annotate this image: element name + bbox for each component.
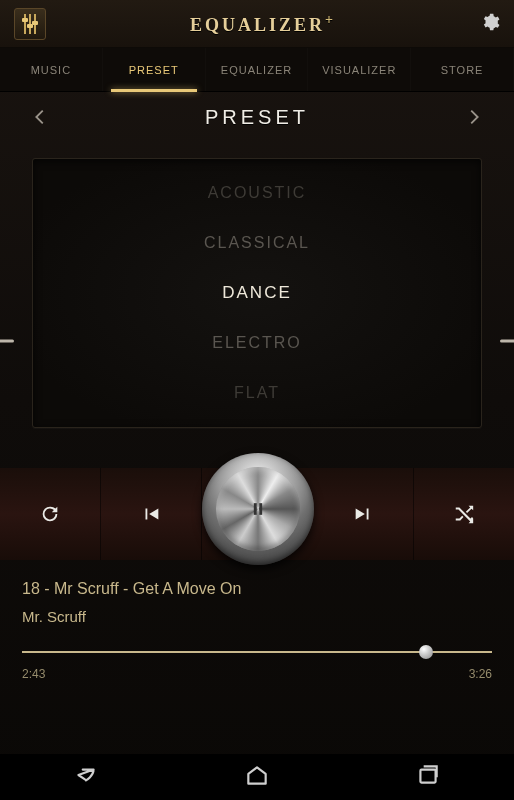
progress-thumb[interactable]	[419, 645, 433, 659]
previous-button[interactable]	[101, 468, 202, 560]
preset-item[interactable]: ACOUSTIC	[208, 168, 307, 218]
tab-music[interactable]: MUSIC	[0, 48, 103, 91]
shuffle-icon	[453, 503, 475, 525]
next-section-button[interactable]	[438, 94, 510, 140]
tab-bar: MUSIC PRESET EQUALIZER VISUALIZER STORE	[0, 48, 514, 92]
progress-slider[interactable]	[22, 645, 492, 659]
tab-label: EQUALIZER	[221, 64, 292, 76]
app-header: EQUALIZER+	[0, 0, 514, 48]
gear-icon	[480, 12, 500, 32]
tab-visualizer[interactable]: VISUALIZER	[308, 48, 411, 91]
time-elapsed: 2:43	[22, 667, 45, 681]
svg-rect-1	[259, 503, 262, 515]
chevron-left-icon	[29, 106, 51, 128]
tab-label: VISUALIZER	[322, 64, 396, 76]
android-nav-bar	[0, 754, 514, 800]
preset-picker[interactable]: ACOUSTIC CLASSICAL DANCE ELECTRO FLAT	[32, 158, 482, 428]
app-title-plus: +	[325, 12, 336, 27]
back-icon	[73, 762, 99, 788]
section-title: PRESET	[205, 106, 309, 129]
preset-item[interactable]: CLASSICAL	[204, 218, 310, 268]
track-title: 18 - Mr Scruff - Get A Move On	[22, 580, 492, 598]
play-pause-button[interactable]	[202, 453, 314, 565]
picker-indicator-right	[500, 340, 514, 343]
transport-bar	[0, 468, 514, 560]
preset-item[interactable]: ELECTRO	[212, 318, 302, 368]
tab-equalizer[interactable]: EQUALIZER	[206, 48, 309, 91]
android-home-button[interactable]	[244, 762, 270, 792]
home-icon	[244, 762, 270, 788]
app-title: EQUALIZER+	[190, 12, 336, 36]
time-total: 3:26	[469, 667, 492, 681]
svg-rect-2	[421, 770, 436, 783]
next-button[interactable]	[314, 468, 415, 560]
time-row: 2:43 3:26	[0, 663, 514, 681]
tab-preset[interactable]: PRESET	[103, 48, 206, 91]
settings-button[interactable]	[480, 12, 500, 36]
app-title-text: EQUALIZER	[190, 15, 325, 35]
now-playing: 18 - Mr Scruff - Get A Move On Mr. Scruf…	[0, 560, 514, 631]
preset-item-selected[interactable]: DANCE	[222, 268, 292, 318]
preset-item[interactable]: FLAT	[234, 368, 280, 418]
shuffle-button[interactable]	[414, 468, 514, 560]
pause-icon	[248, 499, 268, 519]
repeat-button[interactable]	[0, 468, 101, 560]
prev-section-button[interactable]	[4, 94, 76, 140]
tab-store[interactable]: STORE	[411, 48, 514, 91]
tab-label: PRESET	[129, 64, 179, 76]
repeat-icon	[39, 503, 61, 525]
tab-label: STORE	[441, 64, 484, 76]
skip-previous-icon	[140, 503, 162, 525]
track-artist: Mr. Scruff	[22, 608, 492, 625]
recent-apps-icon	[415, 762, 441, 788]
svg-rect-0	[253, 503, 256, 515]
picker-indicator-left	[0, 340, 14, 343]
android-recent-button[interactable]	[415, 762, 441, 792]
section-header: PRESET	[0, 94, 514, 140]
skip-next-icon	[352, 503, 374, 525]
android-back-button[interactable]	[73, 762, 99, 792]
tab-label: MUSIC	[31, 64, 71, 76]
app-logo-icon[interactable]	[14, 8, 46, 40]
chevron-right-icon	[463, 106, 485, 128]
